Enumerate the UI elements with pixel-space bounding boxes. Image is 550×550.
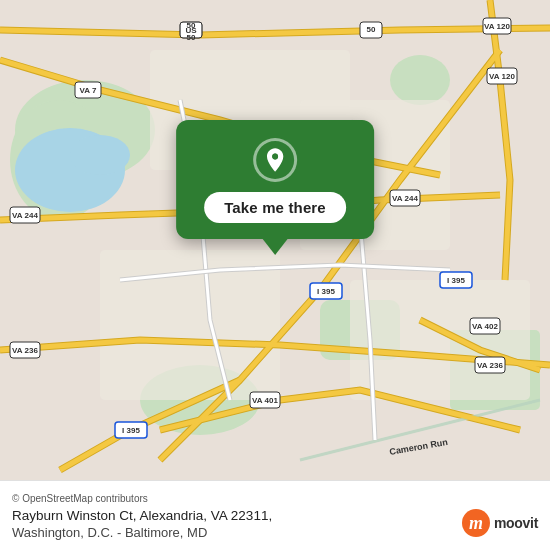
svg-text:I 395: I 395 bbox=[122, 426, 140, 435]
location-pin-icon bbox=[261, 146, 289, 174]
map-container: US 50 50 50 VA 120 VA 244 VA 244 VA 7 VA… bbox=[0, 0, 550, 480]
bottom-bar: © OpenStreetMap contributors Rayburn Win… bbox=[0, 480, 550, 550]
svg-text:I 395: I 395 bbox=[447, 276, 465, 285]
svg-text:VA 244: VA 244 bbox=[392, 194, 418, 203]
address-text: Rayburn Winston Ct, Alexandria, VA 22311… bbox=[12, 508, 272, 523]
take-me-there-button[interactable]: Take me there bbox=[204, 192, 346, 223]
svg-text:50: 50 bbox=[367, 25, 376, 34]
attribution: © OpenStreetMap contributors bbox=[12, 493, 538, 504]
svg-text:50: 50 bbox=[187, 21, 196, 30]
svg-point-8 bbox=[70, 135, 130, 175]
svg-text:VA 236: VA 236 bbox=[477, 361, 503, 370]
location-icon-wrapper bbox=[253, 138, 297, 182]
moovit-brand-text: moovit bbox=[494, 515, 538, 531]
city-line: Washington, D.C. - Baltimore, MD bbox=[12, 525, 272, 540]
svg-text:VA 236: VA 236 bbox=[12, 346, 38, 355]
moovit-icon: m bbox=[462, 509, 490, 537]
svg-text:I 395: I 395 bbox=[317, 287, 335, 296]
svg-text:VA 244: VA 244 bbox=[12, 211, 38, 220]
svg-point-47 bbox=[272, 154, 278, 160]
svg-text:VA 402: VA 402 bbox=[472, 322, 498, 331]
svg-text:50: 50 bbox=[187, 33, 196, 42]
attribution-text: © OpenStreetMap contributors bbox=[12, 493, 148, 504]
popup-card: Take me there bbox=[176, 120, 374, 239]
svg-text:VA 120: VA 120 bbox=[484, 22, 510, 31]
svg-text:VA 120: VA 120 bbox=[489, 72, 515, 81]
svg-text:VA 7: VA 7 bbox=[80, 86, 97, 95]
svg-point-3 bbox=[390, 55, 450, 105]
address-line: Rayburn Winston Ct, Alexandria, VA 22311… bbox=[12, 507, 272, 525]
svg-text:VA 401: VA 401 bbox=[252, 396, 278, 405]
moovit-letter: m bbox=[469, 513, 483, 534]
city-text: Washington, D.C. - Baltimore, MD bbox=[12, 525, 207, 540]
svg-rect-12 bbox=[350, 280, 530, 400]
moovit-logo: m moovit bbox=[462, 509, 538, 537]
